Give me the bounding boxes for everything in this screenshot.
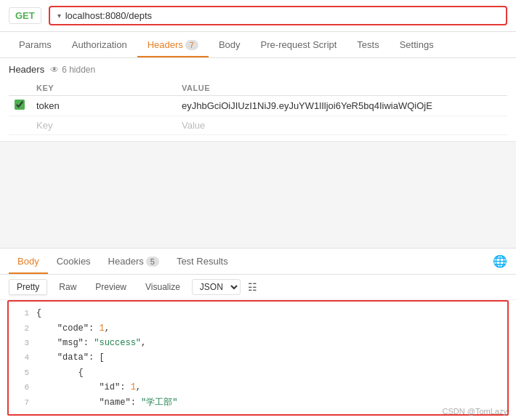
watermark: CSDN @TomLazy	[443, 407, 507, 416]
http-method: GET	[9, 7, 41, 24]
header-row-new: Key Value	[9, 116, 507, 135]
tab-authorization[interactable]: Authorization	[62, 33, 137, 57]
code-line-1: 1 {	[9, 306, 507, 320]
resp-tab-headers[interactable]: Headers5	[100, 250, 168, 274]
resp-tab-body[interactable]: Body	[9, 250, 48, 274]
token-value: eyJhbGciOiJIUzI1NiJ9.eyJuYW1lIljoi6YeR5b…	[176, 96, 507, 116]
format-raw[interactable]: Raw	[52, 280, 84, 294]
format-preview[interactable]: Preview	[88, 280, 134, 294]
line-content-6: "id": 1,	[36, 380, 141, 395]
headers-section: Headers 👁 6 hidden KEY VALUE	[0, 58, 516, 142]
headers-title-row: Headers 👁 6 hidden	[9, 64, 507, 75]
json-format-select[interactable]: JSON	[192, 279, 241, 295]
tab-settings[interactable]: Settings	[390, 33, 444, 57]
tab-tests[interactable]: Tests	[347, 33, 389, 57]
code-line-7: 7 "name": "学工部"	[9, 395, 507, 410]
globe-icon[interactable]: 🌐	[493, 254, 507, 268]
resp-headers-badge: 5	[146, 257, 159, 267]
response-section: Body Cookies Headers5 Test Results 🌐 Pre…	[0, 248, 516, 420]
tab-pre-request[interactable]: Pre-request Script	[251, 33, 347, 57]
header-row-token: token eyJhbGciOiJIUzI1NiJ9.eyJuYW1lIljoi…	[9, 96, 507, 116]
code-line-6: 6 "id": 1,	[9, 380, 507, 395]
line-content-3: "msg": "success",	[36, 336, 146, 350]
line-content-2: "code": 1,	[36, 321, 110, 336]
col-key-header: KEY	[31, 81, 176, 96]
filter-icon[interactable]: ☷	[248, 281, 257, 293]
app-container: GET ▾ localhost:8080/depts Params Author…	[0, 0, 516, 420]
url-text: localhost:8080/depts	[65, 10, 152, 21]
line-num-1: 1	[12, 306, 29, 320]
response-tabs: Body Cookies Headers5 Test Results	[9, 250, 237, 273]
line-num-7: 7	[12, 395, 29, 410]
line-content-1: {	[36, 306, 41, 320]
hidden-count: 👁 6 hidden	[50, 65, 95, 75]
line-content-4: "data": [	[36, 350, 105, 365]
format-bar: Pretty Raw Preview Visualize JSON ☷	[0, 275, 516, 300]
col-checkbox	[9, 81, 31, 96]
response-tab-bar: Body Cookies Headers5 Test Results 🌐	[0, 249, 516, 275]
line-content-7: "name": "学工部"	[36, 395, 177, 410]
middle-spacer	[0, 142, 516, 248]
line-content-5: {	[36, 366, 84, 380]
request-tabs: Params Authorization Headers7 Body Pre-r…	[0, 32, 516, 58]
code-line-2: 2 "code": 1,	[9, 321, 507, 336]
headers-section-label: Headers	[9, 64, 44, 75]
code-line-4: 4 "data": [	[9, 350, 507, 365]
request-bar: GET ▾ localhost:8080/depts	[0, 0, 516, 32]
tab-body[interactable]: Body	[209, 33, 251, 57]
url-input-area[interactable]: ▾ localhost:8080/depts	[49, 6, 507, 25]
response-code-block: 1 { 2 "code": 1, 3 "msg": "success", 4 "…	[7, 300, 509, 416]
dropdown-icon[interactable]: ▾	[57, 12, 61, 20]
tab-params[interactable]: Params	[9, 33, 62, 57]
headers-table: KEY VALUE token eyJhbGciOiJIUzI1NiJ9.eyJ…	[9, 81, 507, 135]
line-num-5: 5	[12, 366, 29, 380]
code-line-5: 5 {	[9, 366, 507, 380]
line-num-4: 4	[12, 350, 29, 365]
token-key: token	[31, 96, 176, 116]
new-key-placeholder[interactable]: Key	[31, 116, 176, 135]
resp-tab-test-results[interactable]: Test Results	[168, 250, 237, 274]
format-pretty[interactable]: Pretty	[9, 279, 47, 295]
token-checkbox[interactable]	[15, 100, 25, 110]
headers-badge: 7	[185, 40, 198, 50]
col-value-header: VALUE	[176, 81, 507, 96]
line-num-3: 3	[12, 336, 29, 350]
format-visualize[interactable]: Visualize	[138, 280, 188, 294]
tab-headers[interactable]: Headers7	[137, 33, 209, 57]
line-num-6: 6	[12, 380, 29, 395]
eye-icon: 👁	[50, 65, 59, 75]
code-line-3: 3 "msg": "success",	[9, 336, 507, 350]
line-num-2: 2	[12, 321, 29, 336]
new-value-placeholder[interactable]: Value	[176, 116, 507, 135]
resp-tab-cookies[interactable]: Cookies	[48, 250, 100, 274]
